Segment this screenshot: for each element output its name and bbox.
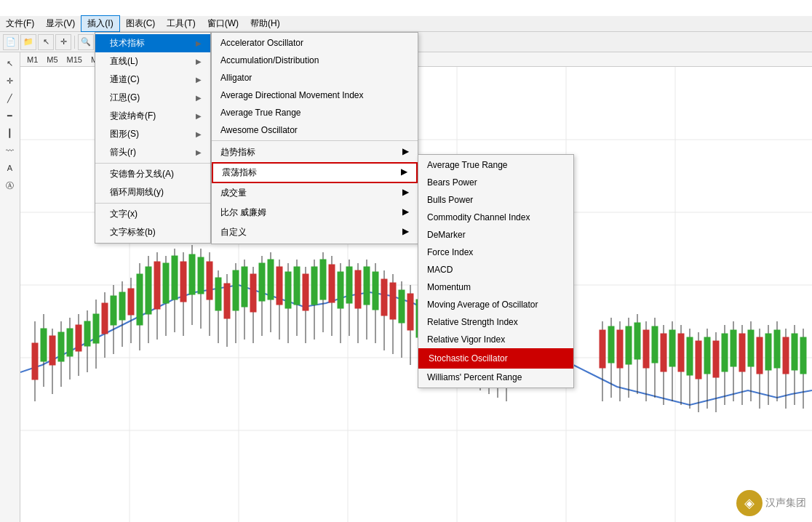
menu-item-cycle[interactable]: 循环周期线(y) bbox=[95, 183, 210, 201]
fib-arrow: ▶ bbox=[196, 112, 202, 120]
left-line[interactable]: ╱ bbox=[2, 90, 18, 106]
menu-tech-alligator[interactable]: Alligator bbox=[212, 69, 418, 87]
watermark-text: 汉声集团 bbox=[765, 497, 806, 510]
tf-m1[interactable]: M1 bbox=[23, 54, 41, 65]
toolbar-open[interactable]: 📁 bbox=[20, 34, 36, 50]
left-cursor[interactable]: ↖ bbox=[2, 55, 18, 71]
toolbar-zoomin[interactable]: 🔍 bbox=[78, 34, 94, 50]
menu-osc-bulls[interactable]: Bulls Power bbox=[418, 191, 573, 209]
menu-insert[interactable]: 插入(I) bbox=[81, 15, 119, 32]
menu-tech-adx[interactable]: Average Directional Movement Index bbox=[212, 87, 418, 104]
svg-rect-26 bbox=[93, 314, 99, 343]
menu-item-gann[interactable]: 江恩(G) ▶ bbox=[95, 89, 210, 107]
menu-tech-acc-osc[interactable]: Accelerator Oscillator bbox=[212, 34, 418, 52]
svg-rect-90 bbox=[373, 272, 378, 310]
svg-rect-62 bbox=[250, 274, 256, 312]
svg-rect-150 bbox=[757, 337, 763, 374]
svg-rect-118 bbox=[617, 330, 623, 368]
svg-rect-72 bbox=[294, 267, 300, 305]
menu-osc-momentum[interactable]: Momentum bbox=[418, 278, 573, 296]
menu-item-channel[interactable]: 通道(C) ▶ bbox=[95, 71, 210, 89]
menu-item-shape[interactable]: 图形(S) ▶ bbox=[95, 125, 210, 143]
menu-tech-volume[interactable]: 成交量 ▶ bbox=[212, 183, 418, 203]
oscillator-arrow: ▶ bbox=[401, 166, 407, 179]
menu-osc-demarker[interactable]: DeMarker bbox=[418, 226, 573, 244]
menu-tools[interactable]: 工具(T) bbox=[161, 16, 201, 31]
left-hline[interactable]: ━ bbox=[2, 108, 18, 124]
menu-tech-acc-dist[interactable]: Accumulation/Distribution bbox=[212, 52, 418, 69]
svg-rect-30 bbox=[111, 296, 116, 325]
toolbar-crosshair[interactable]: ✛ bbox=[55, 34, 71, 50]
menu-item-andrews[interactable]: 安德鲁分叉线(A) bbox=[95, 165, 210, 183]
left-label[interactable]: Ⓐ bbox=[2, 177, 18, 193]
menu-item-fibonacci[interactable]: 斐波纳奇(F) ▶ bbox=[95, 107, 210, 125]
menu-tech-oscillator[interactable]: 震荡指标 ▶ bbox=[212, 162, 418, 183]
menu-item-tech-indicators[interactable]: 技术指标 ▶ bbox=[95, 34, 210, 52]
svg-rect-82 bbox=[338, 272, 343, 308]
menu-tech-trend[interactable]: 趋势指标 ▶ bbox=[212, 142, 418, 162]
toolbar-new[interactable]: 📄 bbox=[3, 34, 19, 50]
svg-rect-146 bbox=[739, 334, 745, 372]
left-fibo[interactable]: 〰 bbox=[2, 142, 18, 158]
menu-item-text[interactable]: 文字(x) bbox=[95, 205, 210, 223]
menu-osc-atr[interactable]: Average True Range bbox=[418, 156, 573, 174]
menu-window[interactable]: 窗口(W) bbox=[202, 16, 244, 31]
svg-rect-160 bbox=[800, 337, 806, 374]
svg-rect-152 bbox=[765, 334, 771, 370]
svg-rect-80 bbox=[329, 265, 335, 302]
menu-file[interactable]: 文件(F) bbox=[0, 16, 40, 31]
menu-osc-cci[interactable]: Commodity Channel Index bbox=[418, 209, 573, 226]
menu-osc-macd[interactable]: MACD bbox=[418, 261, 573, 278]
menu-chart[interactable]: 图表(C) bbox=[120, 16, 162, 31]
left-text[interactable]: A bbox=[2, 160, 18, 176]
menu-tech-atr[interactable]: Average True Range bbox=[212, 104, 418, 121]
bill-arrow: ▶ bbox=[402, 206, 409, 219]
insert-sep1 bbox=[95, 163, 210, 164]
menu-osc-bears[interactable]: Bears Power bbox=[418, 174, 573, 191]
menu-osc-rvi[interactable]: Relative Vigor Index bbox=[418, 331, 573, 348]
watermark-logo: ◈ bbox=[736, 490, 763, 516]
menu-tech-bill[interactable]: 比尔 威廉姆 ▶ bbox=[212, 203, 418, 222]
svg-rect-28 bbox=[102, 303, 108, 334]
svg-rect-18 bbox=[58, 332, 64, 361]
svg-rect-68 bbox=[276, 267, 282, 305]
left-vline[interactable]: ┃ bbox=[2, 125, 18, 141]
svg-rect-158 bbox=[792, 334, 797, 370]
menu-insert-dropdown: 技术指标 ▶ 直线(L) ▶ 通道(C) ▶ 江恩(G) ▶ 斐波纳奇(F) ▶… bbox=[95, 32, 211, 244]
menu-osc-wpr[interactable]: Williams' Percent Range bbox=[418, 369, 573, 386]
toolbar-cursor[interactable]: ↖ bbox=[38, 34, 54, 50]
menu-osc-stoch[interactable]: Stochastic Oscillator bbox=[418, 348, 573, 369]
svg-rect-24 bbox=[84, 321, 90, 346]
svg-rect-40 bbox=[154, 262, 160, 309]
menu-osc-maos[interactable]: Moving Average of Oscillator bbox=[418, 296, 573, 313]
svg-rect-20 bbox=[67, 329, 73, 356]
custom-arrow: ▶ bbox=[402, 226, 409, 238]
svg-rect-154 bbox=[774, 330, 780, 368]
svg-rect-46 bbox=[180, 262, 186, 302]
svg-rect-94 bbox=[390, 283, 396, 319]
svg-rect-50 bbox=[198, 257, 204, 294]
tech-arrow: ▶ bbox=[196, 39, 202, 47]
menu-osc-rsi[interactable]: Relative Strength Index bbox=[418, 313, 573, 331]
svg-rect-134 bbox=[687, 337, 693, 375]
svg-rect-64 bbox=[259, 263, 265, 301]
tf-m5[interactable]: M5 bbox=[43, 54, 61, 65]
insert-sep2 bbox=[95, 203, 210, 204]
menu-view[interactable]: 显示(V) bbox=[40, 16, 81, 31]
menu-tech-awesome[interactable]: Awesome Oscillator bbox=[212, 121, 418, 139]
svg-rect-78 bbox=[320, 260, 326, 300]
menu-tech-custom[interactable]: 自定义 ▶ bbox=[212, 222, 418, 242]
svg-rect-128 bbox=[661, 334, 666, 372]
svg-rect-36 bbox=[137, 274, 143, 325]
left-crosshair[interactable]: ✛ bbox=[2, 73, 18, 89]
svg-rect-114 bbox=[600, 330, 605, 368]
menu-help[interactable]: 帮助(H) bbox=[244, 16, 286, 31]
menu-item-line[interactable]: 直线(L) ▶ bbox=[95, 52, 210, 71]
menu-item-textlabel[interactable]: 文字标签(b) bbox=[95, 223, 210, 241]
menu-item-arrow-menu[interactable]: 箭头(r) ▶ bbox=[95, 143, 210, 161]
tf-m15[interactable]: M15 bbox=[63, 54, 86, 65]
svg-rect-76 bbox=[311, 267, 317, 305]
toolbar-sep1 bbox=[74, 36, 75, 49]
menu-osc-force[interactable]: Force Index bbox=[418, 244, 573, 261]
svg-rect-32 bbox=[119, 292, 125, 320]
